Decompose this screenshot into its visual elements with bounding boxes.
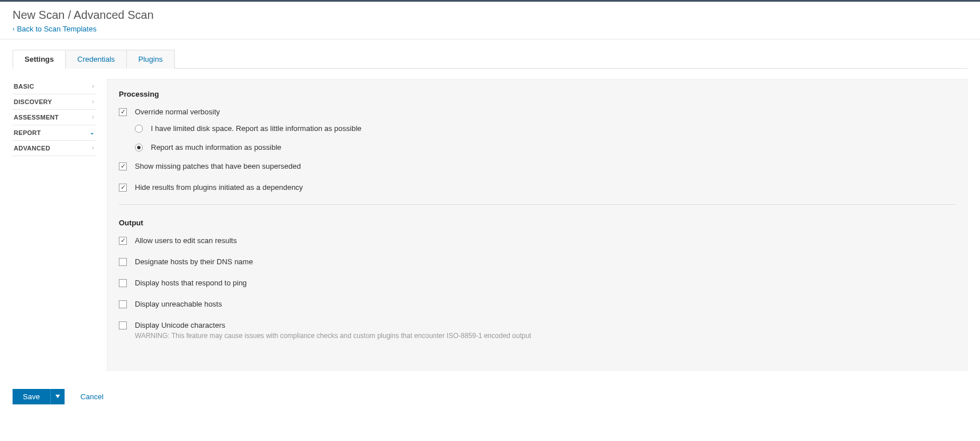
label-unreachable: Display unreachable hosts — [135, 300, 222, 308]
checkbox-edit-results[interactable] — [119, 237, 127, 245]
sidebar-item-label: REPORT — [14, 129, 41, 136]
tab-settings[interactable]: Settings — [13, 50, 66, 69]
checkbox-override-verbosity[interactable] — [119, 108, 127, 116]
chevron-right-icon: › — [92, 83, 94, 89]
settings-sidebar: BASIC › DISCOVERY › ASSESSMENT › REPORT … — [13, 79, 95, 371]
sidebar-item-advanced[interactable]: ADVANCED › — [13, 141, 95, 156]
page-title: New Scan / Advanced Scan — [13, 9, 967, 22]
label-ping: Display hosts that respond to ping — [135, 279, 247, 287]
sidebar-item-discovery[interactable]: DISCOVERY › — [13, 94, 95, 110]
sidebar-item-basic[interactable]: BASIC › — [13, 79, 95, 94]
sidebar-item-assessment[interactable]: ASSESSMENT › — [13, 110, 95, 125]
label-superseded: Show missing patches that have been supe… — [135, 162, 301, 170]
caret-down-icon — [55, 395, 60, 398]
chevron-down-icon: ⌄ — [90, 129, 94, 136]
label-edit-results: Allow users to edit scan results — [135, 236, 237, 245]
cancel-link[interactable]: Cancel — [81, 392, 103, 401]
checkbox-dependency[interactable] — [119, 184, 127, 192]
save-dropdown-button[interactable] — [50, 389, 65, 404]
label-unicode: Display Unicode characters — [135, 321, 531, 329]
sidebar-item-label: ASSESSMENT — [14, 114, 59, 121]
settings-panel: Processing Override normal verbosity I h… — [107, 79, 967, 371]
checkbox-dns-name[interactable] — [119, 258, 127, 266]
chevron-right-icon: › — [92, 114, 94, 120]
checkbox-unicode[interactable] — [119, 321, 127, 329]
label-override-verbosity: Override normal verbosity — [135, 108, 220, 116]
sidebar-item-label: ADVANCED — [14, 145, 50, 152]
label-limited-disk: I have limited disk space. Report as lit… — [151, 124, 362, 133]
section-title-processing: Processing — [119, 90, 955, 98]
tab-plugins[interactable]: Plugins — [127, 50, 175, 69]
checkbox-unreachable[interactable] — [119, 300, 127, 308]
chevron-right-icon: › — [92, 145, 94, 151]
label-dns-name: Designate hosts by their DNS name — [135, 257, 253, 266]
checkbox-ping[interactable] — [119, 279, 127, 287]
checkbox-superseded[interactable] — [119, 162, 127, 170]
back-link-label: Back to Scan Templates — [17, 25, 97, 33]
back-link[interactable]: ‹ Back to Scan Templates — [13, 25, 97, 33]
warning-unicode: WARNING: This feature may cause issues w… — [135, 332, 531, 340]
tabs: Settings Credentials Plugins — [13, 50, 967, 68]
chevron-left-icon: ‹ — [13, 25, 15, 32]
section-title-output: Output — [119, 218, 955, 227]
radio-much-info[interactable] — [135, 144, 143, 152]
sidebar-item-report[interactable]: REPORT ⌄ — [13, 125, 95, 141]
label-much-info: Report as much information as possible — [151, 143, 281, 152]
save-button[interactable]: Save — [13, 389, 50, 404]
tab-credentials[interactable]: Credentials — [66, 50, 127, 69]
divider — [119, 204, 955, 205]
label-dependency: Hide results from plugins initiated as a… — [135, 183, 303, 192]
sidebar-item-label: DISCOVERY — [14, 98, 52, 105]
radio-limited-disk[interactable] — [135, 125, 143, 133]
sidebar-item-label: BASIC — [14, 83, 34, 90]
chevron-right-icon: › — [92, 98, 94, 105]
